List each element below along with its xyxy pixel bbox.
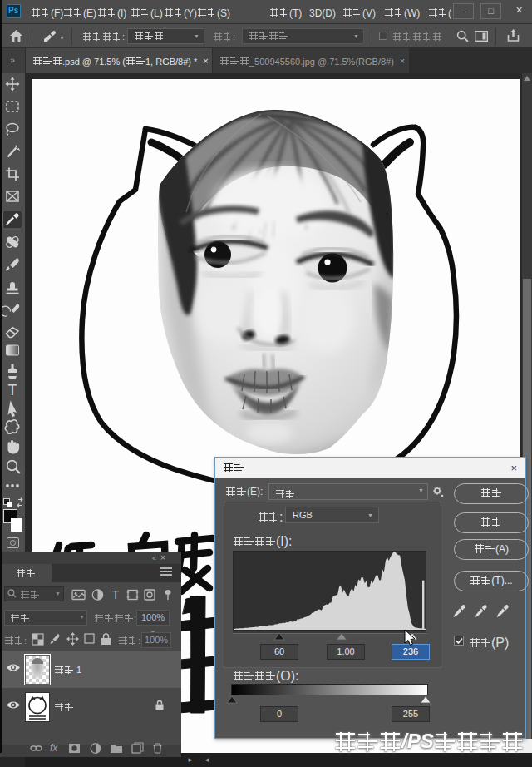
svg-text:T: T [112, 588, 120, 601]
svg-text:fx: fx [50, 742, 58, 754]
svg-text:T: T [8, 382, 17, 398]
